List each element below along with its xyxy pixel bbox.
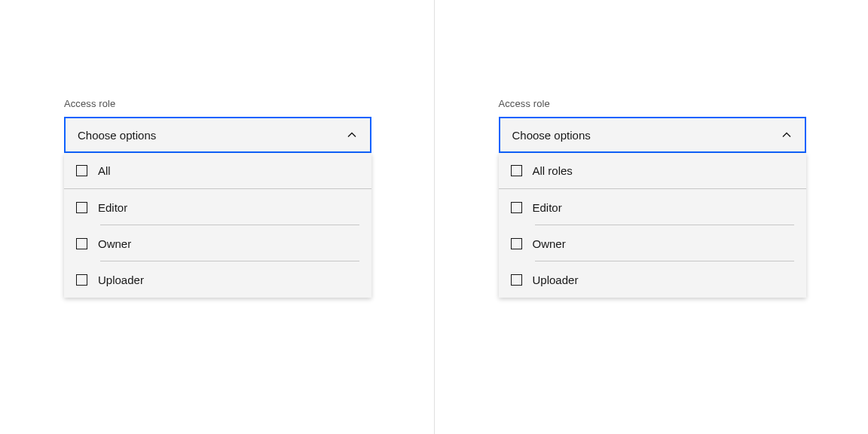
dropdown-item-label: Uploader bbox=[533, 274, 579, 286]
checkbox-unchecked[interactable] bbox=[76, 274, 87, 286]
dropdown-item-label: Editor bbox=[533, 201, 562, 214]
dropdown-item-all[interactable]: All bbox=[64, 153, 371, 189]
dropdown-item-owner[interactable]: Owner bbox=[499, 225, 806, 261]
dropdown-item-all-roles[interactable]: All roles bbox=[499, 153, 806, 189]
multiselect-trigger-text: Choose options bbox=[78, 129, 156, 142]
multiselect-trigger-text: Choose options bbox=[512, 129, 591, 142]
checkbox-unchecked[interactable] bbox=[511, 238, 522, 249]
dropdown-item-label: Editor bbox=[98, 201, 127, 214]
dropdown-item-label: Uploader bbox=[98, 274, 144, 286]
dropdown-menu: All Editor Owner Uploader bbox=[64, 153, 371, 298]
multiselect-trigger[interactable]: Choose options bbox=[64, 117, 371, 153]
field-label: Access role bbox=[64, 98, 434, 109]
dropdown-item-uploader[interactable]: Uploader bbox=[499, 261, 806, 298]
dropdown-item-owner[interactable]: Owner bbox=[64, 225, 371, 261]
checkbox-unchecked[interactable] bbox=[76, 238, 87, 249]
field-label: Access role bbox=[499, 98, 869, 109]
chevron-up-icon bbox=[346, 129, 358, 141]
multiselect-trigger[interactable]: Choose options bbox=[499, 117, 806, 153]
checkbox-unchecked[interactable] bbox=[511, 202, 522, 213]
multiselect-right: Choose options All roles Editor bbox=[499, 117, 806, 298]
multiselect-left: Choose options All Editor bbox=[64, 117, 371, 298]
dropdown-item-label: All roles bbox=[533, 164, 573, 177]
chevron-up-icon bbox=[781, 129, 793, 141]
checkbox-unchecked[interactable] bbox=[511, 274, 522, 286]
checkbox-unchecked[interactable] bbox=[76, 202, 87, 213]
dropdown-item-label: All bbox=[98, 164, 111, 177]
dropdown-item-editor[interactable]: Editor bbox=[499, 189, 806, 225]
dropdown-item-label: Owner bbox=[98, 237, 131, 250]
panel-left: Access role Choose options All Editor bbox=[0, 0, 435, 434]
dropdown-item-editor[interactable]: Editor bbox=[64, 189, 371, 225]
dropdown-menu: All roles Editor Owner Uploader bbox=[499, 153, 806, 298]
dropdown-item-label: Owner bbox=[533, 237, 566, 250]
checkbox-unchecked[interactable] bbox=[76, 165, 87, 176]
dropdown-item-uploader[interactable]: Uploader bbox=[64, 261, 371, 298]
checkbox-unchecked[interactable] bbox=[511, 165, 522, 176]
panel-right: Access role Choose options All roles Edi… bbox=[435, 0, 869, 434]
